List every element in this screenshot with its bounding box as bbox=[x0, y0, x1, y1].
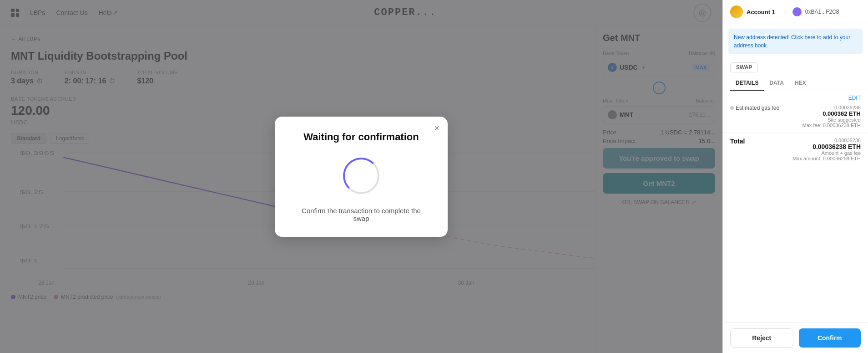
modal-close-button[interactable]: × bbox=[434, 123, 439, 133]
mm-gas-fee-row: Estimated gas fee 0.00036238 0.000362 ET… bbox=[730, 105, 861, 128]
mm-swap-header: SWAP bbox=[723, 59, 868, 76]
mm-notification[interactable]: New address detected! Click here to add … bbox=[728, 29, 863, 54]
mm-arrow-icon: → bbox=[781, 8, 787, 15]
mm-tab-details[interactable]: DETAILS bbox=[730, 76, 764, 91]
modal-description: Confirm the transaction to complete the … bbox=[293, 207, 429, 222]
mm-account-avatar bbox=[730, 5, 743, 18]
loading-spinner bbox=[343, 158, 379, 194]
metamask-panel: Account 1 → 0xBA1...F2C8 New address det… bbox=[722, 0, 868, 353]
mm-actions: Reject Confirm bbox=[723, 322, 868, 353]
waiting-modal: × Waiting for confirmation Confirm the t… bbox=[275, 117, 448, 237]
mm-edit-link[interactable]: EDIT bbox=[723, 91, 868, 101]
mm-tabs: DETAILS DATA HEX bbox=[723, 76, 868, 91]
confirm-button[interactable]: Confirm bbox=[799, 328, 861, 348]
mm-total-vals: 0.00036238 0.00036238 ETH Amount + gas f… bbox=[792, 138, 861, 161]
mm-address: 0xBA1...F2C8 bbox=[805, 9, 839, 15]
mm-tab-data[interactable]: DATA bbox=[764, 76, 789, 91]
mm-gas-fee-vals: 0.00036238 0.000362 ETH Site suggested M… bbox=[802, 105, 861, 128]
reject-button[interactable]: Reject bbox=[730, 328, 793, 348]
mm-eth-icon bbox=[792, 7, 802, 16]
mm-gas-dot bbox=[730, 106, 734, 110]
mm-account-name: Account 1 bbox=[747, 9, 775, 15]
mm-header: Account 1 → 0xBA1...F2C8 bbox=[723, 0, 868, 24]
mm-tab-hex[interactable]: HEX bbox=[789, 76, 812, 91]
mm-total-row: Total 0.00036238 0.00036238 ETH Amount +… bbox=[730, 138, 861, 161]
mm-swap-badge: SWAP bbox=[730, 62, 758, 72]
mm-gas-fee-section: Estimated gas fee 0.00036238 0.000362 ET… bbox=[723, 101, 868, 133]
modal-title: Waiting for confirmation bbox=[293, 131, 429, 143]
mm-total-section: Total 0.00036238 0.00036238 ETH Amount +… bbox=[723, 133, 868, 168]
modal-overlay: × Waiting for confirmation Confirm the t… bbox=[0, 0, 722, 353]
